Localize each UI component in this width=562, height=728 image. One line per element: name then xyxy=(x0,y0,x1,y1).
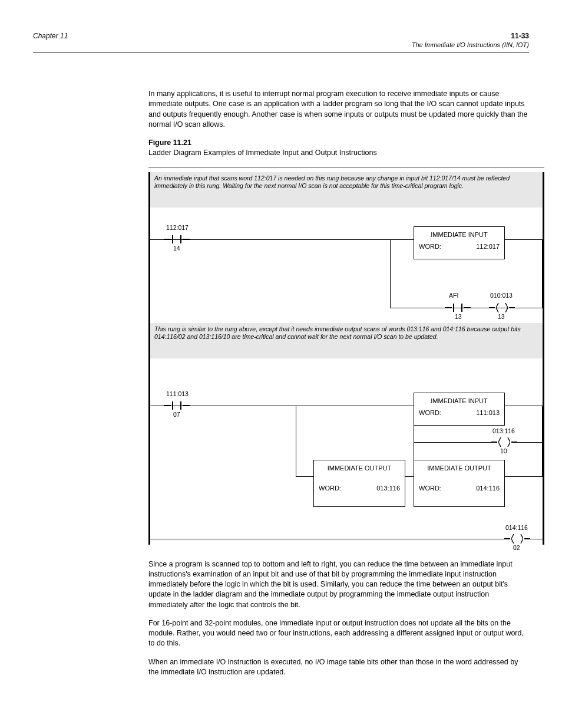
header-subtitle: The Immediate I/O Instructions (IIN, IOT… xyxy=(33,41,529,48)
iin1-word-val: 112:017 xyxy=(476,242,500,251)
rung1-comment: An immediate input that scans word 112:0… xyxy=(154,174,537,190)
coil1-icon xyxy=(489,303,515,312)
iin1-word-lbl: WORD: xyxy=(419,242,441,251)
rung3-wire-right xyxy=(530,539,543,539)
figure-caption-text: Ladder Diagram Examples of Immediate Inp… xyxy=(148,149,377,157)
page-header: Chapter 11 11-33 The Immediate I/O Instr… xyxy=(33,32,529,52)
coil2-icon xyxy=(491,437,517,447)
contact1-addr: 112:017 xyxy=(166,223,189,232)
trailer-p2: For 16-point and 32-point modules, one i… xyxy=(148,618,530,649)
page-number: 11-33 xyxy=(511,32,529,40)
power-rail-left xyxy=(148,172,150,545)
afi1-label: AFI xyxy=(449,291,458,299)
iin2-word-val: 111:013 xyxy=(476,409,500,417)
rung2-comment: This rung is similar to the rung above, … xyxy=(154,325,537,341)
coil1-addr: 010:013 xyxy=(490,291,513,299)
iot1-word-val: 013:116 xyxy=(376,484,400,493)
contact1-bit: 14 xyxy=(173,244,180,252)
coil2-bit: 10 xyxy=(500,447,507,455)
coil2-branch-left xyxy=(414,426,414,460)
coil3-bit: 02 xyxy=(513,543,520,552)
iot2-box: IMMEDIATE OUTPUT WORD: 014:116 xyxy=(414,460,505,507)
coil2-wire-left xyxy=(414,442,491,443)
figure-caption: Figure 11.21 Ladder Diagram Examples of … xyxy=(148,138,530,159)
iot2-word-val: 014:116 xyxy=(476,484,500,493)
rung2-branch-left xyxy=(296,406,296,476)
trailer-p1: Since a program is scanned top to bottom… xyxy=(148,559,530,610)
rung2-wire xyxy=(150,406,414,406)
rung1-branch-right-down xyxy=(542,239,543,308)
iin2-label: IMMEDIATE INPUT xyxy=(414,397,504,406)
rung2-iot-connector xyxy=(405,476,414,477)
rung3-wire xyxy=(150,539,505,539)
intro-paragraph: In many applications, it is useful to in… xyxy=(148,89,530,130)
contact2-icon xyxy=(164,400,190,411)
coil2-wire-right xyxy=(517,442,543,443)
afi1-icon xyxy=(445,302,471,313)
rung1-wire-right xyxy=(505,239,543,240)
rung1-wire xyxy=(150,239,414,240)
afi1-bit: 13 xyxy=(455,312,462,321)
trailer-p3: When an immediate I/O instruction is exe… xyxy=(148,657,530,678)
coil2-addr: 013:116 xyxy=(492,427,515,435)
header-rule xyxy=(33,52,529,52)
rung2-iot2-wire-right xyxy=(505,476,543,477)
iin1-box: IMMEDIATE INPUT WORD: 112:017 xyxy=(414,226,505,259)
iin2-box: IMMEDIATE INPUT WORD: 111:013 xyxy=(414,393,505,426)
figure-caption-label: Figure 11.21 xyxy=(148,139,191,147)
rung2-wire-right xyxy=(505,406,543,406)
rung1-branch-down xyxy=(390,239,391,308)
iot1-box: IMMEDIATE OUTPUT WORD: 013:116 xyxy=(313,460,405,507)
iot2-label: IMMEDIATE OUTPUT xyxy=(414,464,504,473)
iin2-word-lbl: WORD: xyxy=(419,409,441,417)
contact2-bit: 07 xyxy=(173,410,180,419)
iot1-word-lbl: WORD: xyxy=(319,484,341,493)
rung2-branch-into-iot1 xyxy=(296,476,313,477)
iot1-label: IMMEDIATE OUTPUT xyxy=(314,464,405,473)
coil1-bit: 13 xyxy=(498,312,505,321)
coil3-icon xyxy=(504,534,530,543)
chapter-label: Chapter 11 xyxy=(33,32,68,40)
coil3-addr: 014:116 xyxy=(505,523,528,532)
iot2-word-lbl: WORD: xyxy=(419,484,441,493)
contact1-icon xyxy=(164,234,190,245)
power-rail-right xyxy=(543,172,544,545)
ladder-diagram: An immediate input that scans word 112:0… xyxy=(148,167,544,546)
contact2-addr: 111:013 xyxy=(166,390,189,398)
iin1-label: IMMEDIATE INPUT xyxy=(414,230,504,239)
